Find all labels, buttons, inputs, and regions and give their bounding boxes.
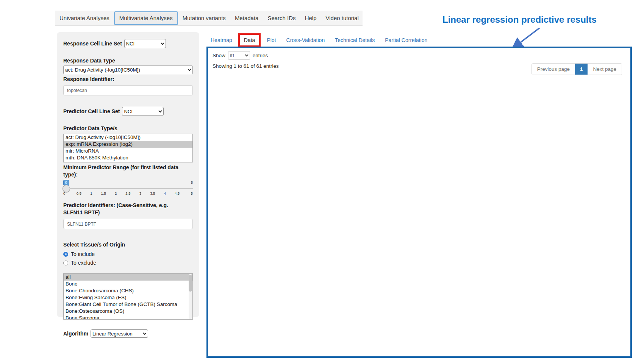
tab-data[interactable]: Data [244, 37, 255, 43]
data-type-option-mth[interactable]: mth: DNA 850K Methylation [64, 154, 192, 161]
nav-tab-video-tutorial[interactable]: Video tutorial [321, 11, 363, 25]
annotation-title: Linear regression predictive results [442, 14, 597, 25]
nav-tab-metadata[interactable]: Metadata [230, 11, 263, 25]
listbox-scrollbar[interactable] [189, 274, 192, 319]
algorithm-label: Algorithm [63, 330, 88, 337]
predictor-identifiers-label: Predictor Identifiers: (Case-Sensitive, … [63, 202, 188, 216]
data-panel: Show 61 entries Showing 1 to 61 of 61 en… [206, 47, 632, 358]
min-predictor-range-slider: 0 5 00.511.522.533.544.55 [63, 180, 193, 197]
min-predictor-range-label: Minimum Predictor Range (for first liste… [63, 164, 188, 178]
tissue-option-all[interactable]: all [64, 274, 192, 281]
slider-tick-1: 1 [88, 191, 95, 195]
slider-tick-1-5: 1.5 [100, 191, 107, 195]
slider-tick-4-5: 4.5 [174, 191, 181, 195]
predictor-cell-line-set-select[interactable]: NCI [122, 107, 164, 116]
tissue-option-bone[interactable]: Bone [64, 281, 192, 287]
tab-partial-correlation[interactable]: Partial Correlation [385, 37, 427, 43]
slider-track[interactable] [63, 188, 193, 189]
response-data-type-label: Response Data Type [63, 57, 193, 64]
page-1-button[interactable]: 1 [575, 64, 588, 75]
slider-tick-2: 2 [113, 191, 119, 195]
radio-row-to-include: To include [63, 251, 193, 257]
algorithm-select[interactable]: Linear Regression [91, 329, 148, 338]
tab-plot[interactable]: Plot [267, 37, 276, 43]
tab-technical-details[interactable]: Technical Details [335, 37, 375, 43]
radio-row-to-exclude: To exclude [63, 260, 193, 266]
show-entries-suffix: entries [253, 53, 268, 58]
red-highlight-box: Data [238, 33, 261, 47]
tissue-option-bone-ewing-sarcoma-es[interactable]: Bone:Ewing Sarcoma (ES) [64, 294, 192, 301]
pagination: Previous page 1 Next page [531, 63, 622, 75]
slider-tick-5: 5 [186, 191, 193, 195]
predictor-data-types-label: Predictor Data Type/s [63, 125, 193, 132]
previous-page-button[interactable]: Previous page [532, 64, 575, 75]
nav-tab-search-ids[interactable]: Search IDs [263, 11, 300, 25]
predictor-data-types-listbox[interactable]: act: Drug Activity (-log10[IC50M])exp: m… [63, 134, 193, 162]
radio-to-exclude[interactable] [63, 261, 68, 265]
slider-tick-0: 0 [63, 191, 70, 195]
response-cell-line-set-label: Response Cell Line Set [63, 40, 122, 47]
tissue-option-bone-chondrosarcoma-chs[interactable]: Bone:Chondrosarcoma (CHS) [64, 287, 192, 294]
data-type-option-exp[interactable]: exp: mRNA Expression (log2) [64, 141, 192, 148]
radio-to-include[interactable] [63, 252, 68, 257]
slider-tick-3-5: 3.5 [149, 191, 156, 195]
tab-heatmap[interactable]: Heatmap [211, 37, 232, 43]
slider-tick-3: 3 [137, 191, 144, 195]
page: Univariate AnalysesMultivariate Analyses… [0, 0, 644, 362]
nav-tab-mutation-variants[interactable]: Mutation variants [178, 11, 230, 25]
nav-tab-univariate-analyses[interactable]: Univariate Analyses [55, 11, 114, 25]
slider-tick-labels: 00.511.522.533.544.55 [63, 191, 193, 195]
show-entries-prefix: Show [213, 53, 225, 58]
tissue-radio-group: To includeTo exclude [63, 251, 193, 266]
predictor-cell-line-set-label: Predictor Cell Line Set [63, 108, 120, 115]
radio-label-to-include: To include [71, 251, 95, 257]
tissue-option-bone-sarcoma[interactable]: Bone:Sarcoma [64, 315, 192, 320]
listbox-scrollbar-thumb[interactable] [189, 275, 192, 292]
data-type-option-mir[interactable]: mir: MicroRNA [64, 148, 192, 154]
slider-tick-0-5: 0.5 [75, 191, 82, 195]
next-page-button[interactable]: Next page [588, 64, 622, 75]
slider-tick-4: 4 [161, 191, 168, 195]
nav-tab-multivariate-analyses[interactable]: Multivariate Analyses [114, 11, 178, 25]
top-nav: Univariate AnalysesMultivariate Analyses… [55, 11, 363, 26]
tissue-origin-label: Select Tissue/s of Origin [63, 241, 193, 248]
tissue-listbox[interactable]: allBoneBone:Chondrosarcoma (CHS)Bone:Ewi… [63, 273, 193, 320]
show-entries-select[interactable]: 61 [228, 51, 250, 60]
sidebar-panel: Response Cell Line Set NCI Response Data… [57, 32, 199, 317]
response-cell-line-set-select[interactable]: NCI [124, 39, 166, 48]
slider-max-label: 5 [191, 181, 193, 184]
tissue-option-bone-osteosarcoma-os[interactable]: Bone:Osteosarcoma (OS) [64, 308, 192, 315]
response-identifier-input[interactable] [63, 85, 193, 95]
slider-tick-2-5: 2.5 [125, 191, 131, 195]
nav-tab-help[interactable]: Help [300, 11, 321, 25]
result-tabs: HeatmapDataPlotCross-ValidationTechnical… [211, 33, 438, 47]
tissue-option-bone-giant-cell-tumor-of-bone-gctb-sarcoma[interactable]: Bone:Giant Cell Tumor of Bone (GCTB) Sar… [64, 301, 192, 308]
response-identifier-label: Response Identifier: [63, 76, 193, 83]
show-entries-row: Show 61 entries [213, 51, 626, 60]
predictor-identifiers-input[interactable] [63, 219, 193, 229]
radio-label-to-exclude: To exclude [71, 260, 96, 266]
data-type-option-act[interactable]: act: Drug Activity (-log10[IC50M]) [64, 134, 192, 141]
tab-cross-validation[interactable]: Cross-Validation [286, 37, 325, 43]
response-data-type-select[interactable]: act: Drug Activity (-log10[IC50M]) [63, 66, 193, 74]
